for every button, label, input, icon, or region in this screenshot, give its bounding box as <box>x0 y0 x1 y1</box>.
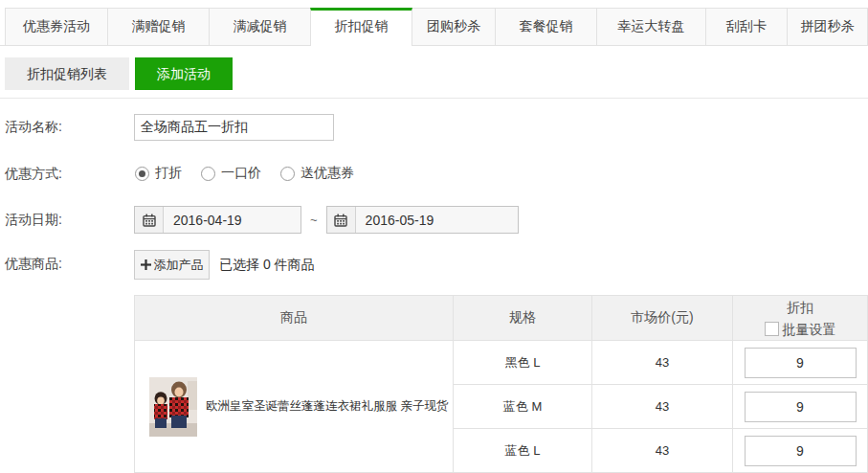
header-price: 市场价(元) <box>592 296 733 341</box>
batch-set-checkbox[interactable] <box>765 322 779 336</box>
add-product-button[interactable]: 添加产品 <box>134 250 210 280</box>
start-date-value: 2016-04-19 <box>164 213 242 228</box>
discount-input[interactable] <box>745 348 857 378</box>
header-discount-title: 折扣 <box>733 296 867 318</box>
tab-full-reduction-promo[interactable]: 满减促销 <box>209 8 311 45</box>
tab-group-flash-sale[interactable]: 团购秒杀 <box>412 8 496 45</box>
section-divider <box>0 98 868 99</box>
tab-scratch-card[interactable]: 刮刮卡 <box>705 8 788 45</box>
price-cell: 43 <box>592 341 733 385</box>
discount-cell <box>733 341 868 385</box>
discount-cell <box>733 385 868 429</box>
promo-products-label: 优惠商品: <box>5 256 62 273</box>
header-discount: 折扣 批量设置 <box>733 296 868 341</box>
plus-icon <box>141 259 151 270</box>
spec-cell: 黑色 L <box>454 341 592 385</box>
table-row: 欧洲皇室圣诞蕾丝蓬蓬连衣裙礼服服 亲子现货 黑色 L 43 <box>135 341 868 385</box>
date-range-separator: ~ <box>310 213 318 227</box>
radio-option-send-coupon[interactable]: 送优惠券 <box>280 165 354 182</box>
radio-unselected-icon <box>280 167 295 181</box>
batch-set-label: 批量设置 <box>783 322 836 337</box>
discount-method-options: 打折 一口价 送优惠券 <box>135 164 373 183</box>
discount-method-label: 优惠方式: <box>5 166 62 183</box>
discount-input[interactable] <box>745 392 857 422</box>
promotion-tab-bar: 优惠券活动 满赠促销 满减促销 折扣促销 团购秒杀 套餐促销 幸运大转盘 刮刮卡… <box>0 8 868 46</box>
price-cell: 43 <box>592 385 733 429</box>
activity-name-input[interactable] <box>134 114 334 141</box>
tab-coupon-activity[interactable]: 优惠券活动 <box>5 8 108 45</box>
product-name: 欧洲皇室圣诞蕾丝蓬蓬连衣裙礼服服 亲子现货 <box>206 398 448 415</box>
spec-cell: 蓝色 M <box>454 385 592 429</box>
add-activity-button[interactable]: 添加活动 <box>135 57 233 90</box>
tab-package-promo[interactable]: 套餐促销 <box>495 8 597 45</box>
activity-name-label: 活动名称: <box>5 119 62 136</box>
radio-option-label: 打折 <box>155 165 182 182</box>
spec-cell: 蓝色 L <box>454 429 592 473</box>
radio-option-label: 一口价 <box>221 165 261 182</box>
products-table: 商品 规格 市场价(元) 折扣 批量设置 <box>134 295 868 473</box>
radio-option-fixed-price[interactable]: 一口价 <box>201 165 261 182</box>
activity-date-label: 活动日期: <box>5 212 62 229</box>
radio-option-label: 送优惠券 <box>300 165 354 182</box>
tab-lucky-wheel[interactable]: 幸运大转盘 <box>596 8 706 45</box>
discount-input[interactable] <box>745 436 857 466</box>
activity-date-range: 2016-04-19 ~ 2016-05-19 <box>134 206 519 234</box>
tab-full-gift-promo[interactable]: 满赠促销 <box>107 8 210 45</box>
end-date-value: 2016-05-19 <box>356 213 434 228</box>
header-product: 商品 <box>135 296 454 341</box>
radio-option-discount[interactable]: 打折 <box>135 165 182 182</box>
radio-unselected-icon <box>201 167 215 181</box>
radio-selected-icon <box>135 167 149 181</box>
subnav: 折扣促销列表 添加活动 <box>5 57 233 90</box>
product-photo <box>149 377 197 437</box>
price-cell: 43 <box>592 429 733 473</box>
discount-cell <box>733 429 868 473</box>
discount-promo-list-button[interactable]: 折扣促销列表 <box>5 57 129 90</box>
end-date-field[interactable]: 2016-05-19 <box>326 206 519 234</box>
tab-discount-promo[interactable]: 折扣促销 <box>310 8 412 46</box>
product-cell: 欧洲皇室圣诞蕾丝蓬蓬连衣裙礼服服 亲子现货 <box>135 341 454 473</box>
add-product-label: 添加产品 <box>154 257 204 274</box>
table-header-row: 商品 规格 市场价(元) 折扣 批量设置 <box>135 296 868 341</box>
calendar-icon <box>327 207 356 233</box>
start-date-field[interactable]: 2016-04-19 <box>134 206 301 234</box>
tab-pintuan-flash-sale[interactable]: 拼团秒杀 <box>787 8 868 45</box>
header-spec: 规格 <box>454 296 592 341</box>
calendar-icon <box>135 207 164 233</box>
selected-count-text: 已选择 0 件商品 <box>219 257 315 274</box>
